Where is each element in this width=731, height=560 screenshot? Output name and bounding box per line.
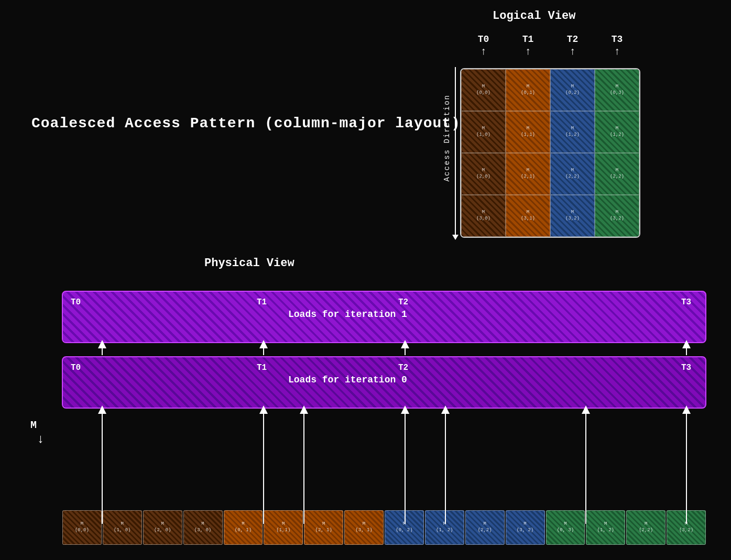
mem-cell-5: M(1,1) bbox=[264, 510, 303, 545]
mem-cell-14: M(2,2) bbox=[626, 510, 665, 545]
grid-cell-0-0: M(0,0) bbox=[461, 69, 506, 111]
logical-view-title: Logical View bbox=[493, 9, 575, 23]
grid-cell-2-0: M(2,0) bbox=[461, 153, 506, 195]
mem-cell-12: M(0, 3) bbox=[546, 510, 585, 545]
grid-cell-2-3: M(2,2) bbox=[595, 153, 639, 195]
iter0-t0-label: T0 bbox=[71, 363, 81, 372]
thread-label-t1: T1 ↑ bbox=[506, 34, 550, 58]
thread-label-t0: T0 ↑ bbox=[461, 34, 506, 58]
grid-cell-0-1: M(0,1) bbox=[506, 69, 550, 111]
M-down-arrow: ↓ bbox=[37, 432, 44, 446]
grid-cell-2-2: M(2,2) bbox=[550, 153, 595, 195]
mem-cell-13: M(1, 2) bbox=[586, 510, 625, 545]
mem-cell-3: M(3, 0) bbox=[183, 510, 223, 545]
grid-cell-0-3: M(0,3) bbox=[595, 69, 639, 111]
thread-label-t2: T2 ↑ bbox=[550, 34, 595, 58]
iter1-t0-label: T0 bbox=[71, 298, 81, 307]
thread-label-t3: T3 ↑ bbox=[595, 34, 639, 58]
grid-cell-1-2: M(1,2) bbox=[550, 111, 595, 153]
mem-cell-4: M(0, 1) bbox=[224, 510, 263, 545]
grid-cell-3-1: M(3,1) bbox=[506, 195, 550, 237]
grid-cell-3-3: M(3,2) bbox=[595, 195, 639, 237]
mem-cell-11: M(3, 2) bbox=[506, 510, 545, 545]
grid-cell-3-2: M(3,2) bbox=[550, 195, 595, 237]
access-direction-label: Access Direction bbox=[443, 94, 451, 181]
mem-cell-0: M(0,0) bbox=[62, 510, 102, 545]
physical-view-title: Physical View bbox=[204, 257, 294, 270]
iter0-t3-label: T3 bbox=[681, 363, 691, 372]
mem-cell-15: M(3,2) bbox=[667, 510, 706, 545]
mem-cell-2: M(2, 0) bbox=[143, 510, 182, 545]
access-direction-arrow bbox=[452, 67, 459, 240]
thread-labels-top: T0 ↑ T1 ↑ T2 ↑ T3 ↑ bbox=[461, 34, 639, 58]
main-title: Coalesced Access Pattern (column-major l… bbox=[31, 115, 461, 131]
mem-cell-9: M(1, 2) bbox=[425, 510, 464, 545]
grid-cell-1-3: M(1,2) bbox=[595, 111, 639, 153]
iter0-t2-label: T2 bbox=[398, 363, 408, 372]
iter1-t3-label: T3 bbox=[681, 298, 691, 307]
mem-cell-1: M(1, 0) bbox=[103, 510, 142, 545]
iter1-t1-label: T1 bbox=[257, 298, 267, 307]
memory-row: M(0,0) M(1, 0) M(2, 0) M(3, 0) M(0, 1) M… bbox=[62, 510, 706, 545]
M-label: M bbox=[30, 419, 37, 431]
mem-cell-6: M(2, 1) bbox=[304, 510, 343, 545]
grid-cell-2-1: M(2,1) bbox=[506, 153, 550, 195]
iter1-t2-label: T2 bbox=[398, 298, 408, 307]
grid-cell-3-0: M(3,0) bbox=[461, 195, 506, 237]
grid-cell-1-1: M(1,1) bbox=[506, 111, 550, 153]
iteration0-label: Loads for iteration 0 bbox=[288, 375, 407, 385]
iteration1-label: Loads for iteration 1 bbox=[288, 309, 407, 320]
mem-cell-7: M(3, 1) bbox=[344, 510, 384, 545]
mem-cell-8: M(0, 2) bbox=[385, 510, 424, 545]
iter0-t1-label: T1 bbox=[257, 363, 267, 372]
grid-cell-0-2: M(0,2) bbox=[550, 69, 595, 111]
mem-cell-10: M(2,2) bbox=[465, 510, 505, 545]
grid-cell-1-0: M(1,0) bbox=[461, 111, 506, 153]
logical-grid: M(0,0) M(0,1) M(0,2) M(0,3) M(1,0) M(1,1… bbox=[460, 68, 640, 238]
